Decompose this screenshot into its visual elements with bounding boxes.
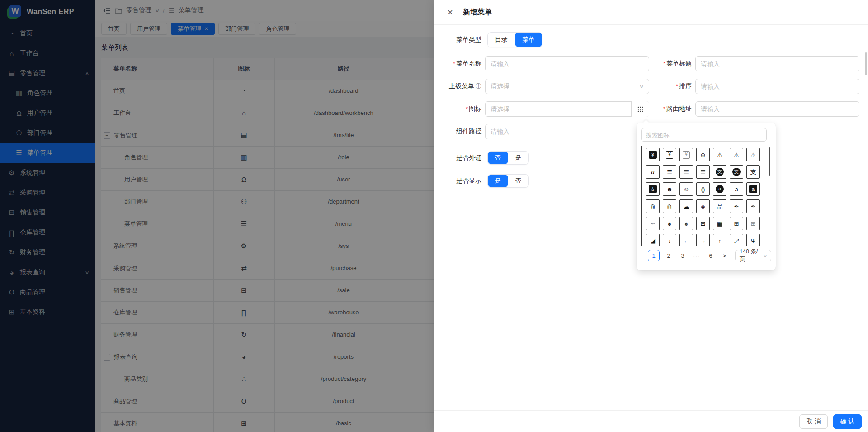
- grid-dots-icon: [637, 106, 643, 112]
- icon-option-account-book[interactable]: ¥: [663, 148, 676, 161]
- menu-name-input[interactable]: [485, 56, 649, 71]
- parent-menu-select[interactable]: 请选择 ∨: [485, 79, 649, 94]
- page-2[interactable]: 2: [664, 250, 674, 261]
- confirm-button[interactable]: 确 认: [833, 414, 862, 429]
- menu-title-label: *菜单标题: [649, 60, 695, 68]
- chevron-down-icon: ∨: [763, 253, 767, 258]
- next-page-button[interactable]: >: [720, 250, 730, 261]
- aliwangwang-filled-icon: ☻: [666, 186, 673, 192]
- arrow-left-icon: ←: [684, 238, 689, 244]
- aim-icon: ⊕: [701, 152, 706, 158]
- icon-option-aim[interactable]: ⊕: [696, 148, 710, 161]
- icon-option-arrows-alt[interactable]: ⤢: [730, 234, 743, 246]
- account-book-icon: ¥: [666, 151, 673, 159]
- icon-option-apple[interactable]: ♠: [679, 217, 693, 230]
- icon-option-alipay-square-filled[interactable]: 支: [646, 182, 660, 196]
- arrow-right-icon: →: [700, 238, 706, 244]
- component-path-input[interactable]: [485, 124, 649, 139]
- icon-grid-scrollbar[interactable]: [769, 147, 770, 176]
- account-book-twotone-icon: ¥: [683, 151, 690, 159]
- icon-option-arrow-left[interactable]: ←: [679, 234, 693, 246]
- external-link-no[interactable]: 否: [488, 152, 508, 164]
- icon-option-alert-filled[interactable]: ⚠: [713, 148, 726, 161]
- icon-option-aliyun[interactable]: (): [696, 182, 710, 196]
- page-3[interactable]: 3: [678, 250, 688, 261]
- icon-option-amazon[interactable]: a: [730, 182, 743, 196]
- external-link-yes[interactable]: 是: [508, 152, 528, 164]
- align-right-icon: ☰: [700, 169, 706, 175]
- apple-icon: ♠: [685, 221, 688, 227]
- icon-search-input[interactable]: [641, 128, 767, 142]
- icon-option-align-left[interactable]: ☰: [679, 165, 693, 179]
- icon-option-ant-design[interactable]: ◈: [696, 199, 710, 213]
- icon-option-android[interactable]: ⋒: [663, 199, 676, 213]
- icon-option-api-twotone[interactable]: ✒: [646, 217, 660, 230]
- icon-option-arrow-down[interactable]: ↓: [663, 234, 676, 246]
- icon-option-aliwangwang-filled[interactable]: ☻: [663, 182, 676, 196]
- audio-icon: Ψ: [751, 238, 756, 244]
- external-link-toggle: 否 是: [487, 151, 529, 165]
- icon-option-account-book-filled[interactable]: ¥: [646, 148, 660, 161]
- icon-option-appstore-twotone[interactable]: ⊞: [746, 217, 760, 230]
- icon-option-apple-filled[interactable]: ♠: [663, 217, 676, 230]
- icon-option-amazon-square-filled[interactable]: a: [746, 182, 760, 196]
- icon-picker-button[interactable]: [631, 101, 649, 117]
- menu-type-label: 菜单类型: [434, 36, 485, 44]
- icon-option-area-chart[interactable]: ◢: [646, 234, 660, 246]
- icon-label: *图标: [434, 105, 485, 113]
- icon-option-alibaba[interactable]: a: [646, 165, 660, 179]
- icon-option-align-right[interactable]: ☰: [696, 165, 710, 179]
- icon-option-aliwangwang[interactable]: ☺: [679, 182, 693, 196]
- page-size-select[interactable]: 140 条/页 ∨: [735, 250, 771, 261]
- icon-option-alipay-circle[interactable]: 支: [730, 165, 743, 179]
- drawer-header: ✕ 新增菜单: [434, 0, 868, 25]
- sort-input[interactable]: [695, 79, 859, 94]
- icon-option-alert-twotone[interactable]: ⚠: [746, 148, 760, 161]
- apartment-icon: 品: [717, 204, 723, 209]
- icon-option-appstore-add[interactable]: ⊞: [696, 217, 710, 230]
- chevron-down-icon: ∨: [639, 84, 644, 90]
- icon-option-alert[interactable]: ⚠: [730, 148, 743, 161]
- visible-no[interactable]: 否: [508, 175, 528, 187]
- menu-type-option-dir[interactable]: 目录: [488, 33, 515, 47]
- alipay-circle-filled-icon: 支: [716, 168, 724, 176]
- icon-option-appstore[interactable]: ⊞: [730, 217, 743, 230]
- ant-design-icon: ◈: [701, 204, 705, 209]
- appstore-filled-icon: ▦: [717, 221, 722, 227]
- icon-option-apartment[interactable]: 品: [713, 199, 726, 213]
- icon-option-align-center[interactable]: ☰: [663, 165, 676, 179]
- close-icon[interactable]: ✕: [447, 8, 457, 17]
- page-1[interactable]: 1: [648, 250, 660, 261]
- align-center-icon: ☰: [667, 169, 672, 175]
- icon-pagination: 123···6> 140 条/页 ∨: [641, 250, 771, 261]
- icon-option-account-book-twotone[interactable]: ¥: [679, 148, 693, 161]
- arrow-up-icon: ↑: [718, 238, 722, 244]
- route-input[interactable]: [695, 101, 859, 117]
- icon-option-arrow-up[interactable]: ↑: [713, 234, 726, 246]
- icon-option-appstore-filled[interactable]: ▦: [713, 217, 726, 230]
- icon-option-alipay[interactable]: 支: [746, 165, 760, 179]
- alert-twotone-icon: ⚠: [750, 152, 756, 158]
- drawer-body: 菜单类型 目录 菜单 *菜单名称 *菜单标题 上级菜单ⓘ 请选择 ∨ *排序 *…: [434, 25, 868, 410]
- icon-option-api-filled[interactable]: ✒: [730, 199, 743, 213]
- icon-option-arrow-right[interactable]: →: [696, 234, 710, 246]
- icon-option-amazon-circle-filled[interactable]: a: [713, 182, 726, 196]
- amazon-icon: a: [735, 186, 738, 192]
- icon-input[interactable]: [485, 101, 649, 117]
- alibaba-icon: a: [651, 169, 655, 176]
- menu-title-input[interactable]: [695, 56, 859, 71]
- icon-picker-popup: ¥¥¥⊕⚠⚠⚠a☰☰☰支支支支☻☺()aaa⋒⋒☁◈品✒✒✒♠♠⊞▦⊞⊞◢↓←→…: [637, 123, 776, 270]
- icon-option-audio[interactable]: Ψ: [746, 234, 760, 246]
- icon-option-ant-cloud[interactable]: ☁: [679, 199, 693, 213]
- icon-option-api[interactable]: ✒: [746, 199, 760, 213]
- visible-yes[interactable]: 是: [488, 175, 508, 187]
- menu-type-option-menu[interactable]: 菜单: [515, 33, 542, 47]
- cancel-button[interactable]: 取 消: [799, 414, 828, 429]
- icon-option-alipay-circle-filled[interactable]: 支: [713, 165, 726, 179]
- menu-type-segment: 目录 菜单: [487, 32, 542, 47]
- icon-option-android-filled[interactable]: ⋒: [646, 199, 660, 213]
- alipay-square-filled-icon: 支: [649, 185, 657, 193]
- visible-label: 是否显示: [434, 177, 485, 185]
- drawer-scrollbar[interactable]: [865, 52, 867, 75]
- page-6[interactable]: 6: [706, 250, 716, 261]
